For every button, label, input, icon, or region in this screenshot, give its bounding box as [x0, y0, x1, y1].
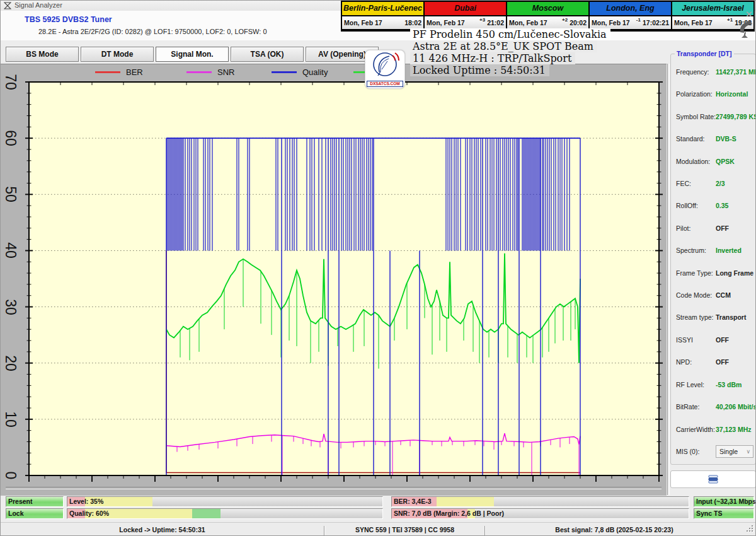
clock-berlin-paris-lu-enec: Berlin-Paris-LučenecMon, Feb 1718:02 — [342, 2, 423, 30]
statusbar-section-1: SYNC 559 | TEI 37589 | CC 9958 — [325, 523, 484, 536]
clock-utc-offset: +2 — [562, 17, 568, 23]
caption-line: Locked Uptime : 54:50:31 — [410, 64, 549, 76]
field-label: Modulation: — [676, 158, 710, 165]
field-label: RF Level: — [676, 381, 704, 388]
transponder-field-rolloff: RollOff:0.35 — [676, 201, 755, 211]
transponder-field-stream-type: Stream type:Transport — [676, 312, 755, 322]
clock-date: Mon, Feb 17 — [344, 19, 403, 26]
mode-button-signal-mon-[interactable]: Signal Mon. — [156, 47, 229, 62]
field-label: RollOff: — [676, 202, 698, 209]
transponder-fields: Frequency:11427,371 MHzPolarization:Hori… — [671, 63, 755, 458]
meter-segment — [437, 497, 495, 506]
app-icon — [4, 2, 11, 9]
bar-label: BER: 3,4E-3 — [394, 498, 432, 505]
dxsatcs-logo-text: DXSATCS.COM — [367, 81, 403, 87]
clock-time: 20:02 — [570, 19, 587, 26]
clock-city-label: Berlin-Paris-Lučenec — [342, 2, 423, 15]
clock-time: 21:02 — [487, 19, 504, 26]
mode-buttons: BS ModeDT ModeSignal Mon.TSA (OK)AV (Ope… — [6, 47, 379, 62]
tuner-details: 28.2E - Astra 2E/2F/2G (ID: 0282) @ LOF1… — [38, 28, 267, 35]
field-value: 37,123 MHz — [716, 426, 752, 433]
chart-separator — [6, 487, 662, 489]
field-label: Stream type: — [676, 313, 714, 321]
caption-overlay: PF Prodelin 450 cm/Lučenec-SlovakiaAstra… — [410, 28, 610, 76]
stream-record-icon — [708, 475, 718, 484]
caption-line: Astra 2E at 28.5°E_UK SPOT Beam — [410, 40, 597, 52]
clock-time-row: Mon, Feb 1718:02 — [342, 15, 423, 29]
transponder-field-npd: NPD:OFF — [676, 357, 755, 367]
clock-time: 17:02:21 — [643, 19, 669, 26]
world-clocks-panel: Berlin-Paris-LučenecMon, Feb 1718:02Duba… — [341, 1, 755, 32]
bar-label: Lock — [8, 510, 24, 517]
field-label: Standard: — [676, 135, 705, 143]
field-value: CCM — [716, 291, 731, 299]
field-value: 2/3 — [716, 180, 725, 187]
transponder-field-spectrum: Spectrum:Inverted — [676, 245, 755, 255]
mode-button-dt-mode[interactable]: DT Mode — [81, 47, 154, 62]
ts-capture-button[interactable] — [670, 470, 756, 488]
transponder-field-code-mode: Code Mode:CCM — [676, 290, 755, 300]
clock-date: Mon, Feb 17 — [509, 19, 562, 26]
field-label: Pilot: — [676, 224, 690, 232]
field-label: Polarization: — [676, 90, 713, 98]
transponder-field-bitrate: BitRate:40,206 Mbit/s — [676, 402, 755, 412]
field-value: OFF — [716, 336, 729, 344]
field-value: OFF — [716, 224, 729, 232]
transponder-title: Transponder [DT] — [675, 50, 734, 57]
status-bar-lock: Lock — [6, 508, 64, 519]
clock-utc-offset: -1 — [636, 17, 641, 23]
status-bar-present: Present — [6, 496, 64, 507]
signal-bars-row-2: LockQuality: 60%SNR: 7,0 dB (Margin: 2,6… — [1, 508, 756, 519]
signal-analyzer-window: Signal Analyzer ✕ TBS 5925 DVBS2 Tuner 2… — [0, 0, 756, 536]
field-label: ISSYI — [676, 336, 693, 344]
field-value: 40,206 Mbit/s — [716, 403, 756, 411]
transponder-field-issyi: ISSYIOFF — [676, 335, 755, 345]
clock-date: Mon, Feb 17 — [592, 19, 636, 26]
status-bar-input: Input (~32,31 Mbps) — [694, 496, 754, 507]
field-label: MIS (0): — [676, 448, 699, 455]
transponder-panel: Transponder [DT] Frequency:11427,371 MHz… — [670, 54, 756, 465]
bar-label: SNR: 7,0 dB (Margin: 2,6 dB | Poor) — [394, 510, 504, 517]
meter-bar-ber: BER: 3,4E-3 — [391, 496, 689, 507]
field-value: -53 dBm — [716, 381, 742, 388]
meter-bar-quality: Quality: 60% — [67, 508, 383, 519]
close-icon[interactable]: ✕ — [745, 9, 753, 20]
signal-chart — [1, 64, 667, 496]
field-value: 0.35 — [716, 202, 728, 209]
clock-date: Mon, Feb 17 — [427, 19, 479, 26]
dxsatcs-logo: DXSATCS.COM — [365, 50, 405, 89]
field-value: Transport — [716, 313, 746, 321]
mode-button-bs-mode[interactable]: BS Mode — [6, 47, 79, 62]
signal-bars-row-1: PresentLevel: 35%BER: 3,4E-3Input (~32,3… — [1, 496, 756, 507]
mis-select[interactable]: Single∨ — [716, 445, 753, 458]
field-label: BitRate: — [676, 403, 699, 411]
transponder-field-polarization: Polarization:Horizontal — [676, 89, 755, 99]
bar-label: Sync TS — [696, 510, 722, 517]
field-value: 11427,371 MHz — [716, 68, 756, 76]
field-value: Horizontal — [716, 90, 748, 98]
window-title: Signal Analyzer — [14, 1, 62, 9]
chevron-down-icon: ∨ — [746, 446, 750, 457]
field-value: Long Frame — [716, 269, 753, 277]
clock-city-label: Dubai — [425, 2, 506, 15]
resize-grip[interactable] — [745, 525, 753, 533]
status-bar-sync: Sync TS — [694, 508, 754, 519]
field-value: Inverted — [716, 247, 742, 254]
mode-button-tsa-ok-[interactable]: TSA (OK) — [231, 47, 304, 62]
field-label: Code Mode: — [676, 291, 712, 299]
bar-label: Present — [8, 498, 33, 505]
field-label: Spectrum: — [676, 247, 706, 254]
clock-utc-offset: +1 — [727, 17, 733, 23]
clock-date: Mon, Feb 17 — [674, 19, 727, 26]
chart-panel: BERSNRQualityLevel 010203040506070 — [1, 64, 667, 496]
transponder-field-carrierwidth: CarrierWidth:37,123 MHz — [676, 424, 755, 434]
clock-time-row: Mon, Feb 17+321:02 — [425, 15, 506, 29]
statusbar-section-0: Locked -> Uptime: 54:50:31 — [1, 523, 324, 536]
panel-divider — [667, 64, 670, 495]
transponder-field-rf-level: RF Level:-53 dBm — [676, 380, 755, 390]
clock-moscow: MoscowMon, Feb 17+220:02 — [506, 2, 588, 30]
status-bar: Locked -> Uptime: 54:50:31SYNC 559 | TEI… — [1, 522, 756, 536]
bar-label: Level: 35% — [69, 498, 103, 505]
transponder-field-mis-0: MIS (0):Single∨ — [676, 446, 755, 457]
statusbar-section-2: Best signal: 7,8 dB (2025-02-15 20:23) — [486, 523, 743, 536]
